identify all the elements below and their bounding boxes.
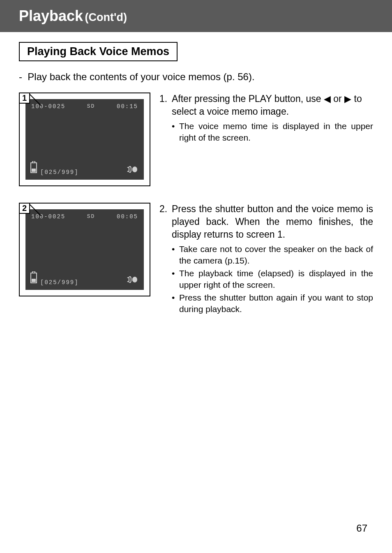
frame-counter: [025/999] bbox=[40, 279, 79, 286]
step-1-pre: After pressing the PLAY button, use bbox=[172, 93, 324, 104]
step-badge-1: 1 bbox=[19, 93, 30, 104]
screen-sim-2: 2 100-0025 SD 00:05 bbox=[19, 203, 150, 296]
svg-rect-5 bbox=[132, 168, 135, 171]
svg-line-0 bbox=[29, 93, 41, 106]
battery-icon bbox=[30, 271, 38, 286]
intro-line: - Play back the contents of your voice m… bbox=[19, 71, 373, 83]
svg-rect-3 bbox=[32, 169, 36, 172]
step-row-1: 1 100-0025 SD 00:15 bbox=[19, 93, 373, 186]
memo-time: 00:15 bbox=[117, 103, 138, 110]
card-label: SD bbox=[87, 213, 95, 220]
section-title: Playing Back Voice Memos bbox=[19, 42, 178, 61]
memo-time: 00:05 bbox=[117, 213, 138, 220]
step-2-bullet-1: •Take care not to cover the speaker on t… bbox=[172, 243, 373, 267]
step-badge-2: 2 bbox=[19, 203, 30, 214]
left-arrow-icon: ◀ bbox=[324, 94, 331, 104]
frame-counter: [025/999] bbox=[40, 169, 79, 176]
svg-rect-11 bbox=[132, 278, 135, 281]
right-arrow-icon: ▶ bbox=[344, 94, 351, 104]
voice-memo-icon bbox=[127, 275, 138, 286]
battery-icon bbox=[30, 161, 38, 176]
header-title: Playback bbox=[19, 7, 83, 24]
step-2-bullet-2: •The playback time (elapsed) is displaye… bbox=[172, 268, 373, 291]
header-subtitle: (Cont'd) bbox=[85, 11, 127, 23]
voice-memo-icon bbox=[127, 165, 138, 176]
svg-line-6 bbox=[29, 204, 41, 216]
lcd-screen-1: 100-0025 SD 00:15 bbox=[25, 99, 144, 180]
lcd-screen-2: 100-0025 SD 00:05 bbox=[25, 209, 144, 290]
page-number: 67 bbox=[356, 523, 367, 534]
intro-dash: - bbox=[19, 71, 22, 82]
step-row-2: 2 100-0025 SD 00:05 bbox=[19, 203, 373, 316]
step-2-body: Press the shutter button and the voice m… bbox=[172, 204, 373, 240]
step-1-mid: or bbox=[331, 93, 344, 104]
svg-rect-9 bbox=[32, 279, 36, 282]
step-1-number: 1. bbox=[159, 93, 172, 145]
step-2-bullet-3: •Press the shutter button again if you w… bbox=[172, 292, 373, 315]
card-label: SD bbox=[87, 103, 95, 110]
step-2-text: 2. Press the shutter button and the voic… bbox=[150, 203, 373, 316]
step-1-bullet-1: •The voice memo time is displayed in the… bbox=[172, 120, 373, 144]
step-2-number: 2. bbox=[159, 203, 172, 316]
page-header: Playback (Cont'd) bbox=[0, 0, 392, 32]
step-1-text: 1. After pressing the PLAY button, use ◀… bbox=[150, 93, 373, 145]
intro-text: Play back the contents of your voice mem… bbox=[28, 71, 254, 82]
screen-sim-1: 1 100-0025 SD 00:15 bbox=[19, 93, 150, 186]
